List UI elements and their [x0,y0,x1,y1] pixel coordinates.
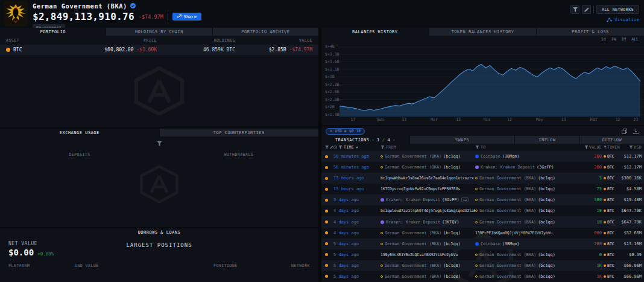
tx-token[interactable]: BTC [602,176,620,181]
entity-name[interactable]: German Government (BKA) [385,165,441,170]
entity-name[interactable]: German Government (BKA) [385,242,441,246]
tx-from-cell[interactable]: German Government (BKA)(bc1qq) [380,231,475,236]
tx-token[interactable]: BTC [602,187,620,191]
transaction-row[interactable]: 3 days ago Kraken: Kraken Deposit(3GzFP)… [321,194,644,205]
tx-token[interactable]: BTC [602,252,620,257]
tx-from-cell[interactable]: Kraken: Kraken Deposit(3KTQY) [380,220,475,225]
entity-name[interactable]: German Government (BKA) [479,197,536,202]
entity-name[interactable]: Kraken: Kraken Deposit [386,220,440,225]
tx-token[interactable]: BTC [602,208,620,213]
address-tag[interactable]: (3KTQY) [442,220,459,225]
address-link[interactable]: bc1qnwWdswkr3s8sa26vs6c7sa64e1qen1etxszr… [380,176,474,181]
tx-to-cell[interactable]: 139PcPE1bKQamRQJjVVjY8P47EJVV7ybVu [475,231,581,236]
pagination-next[interactable]: › [393,138,396,143]
tx-token[interactable]: BTC [602,231,620,236]
tx-from-cell[interactable]: German Government (BKA)(bc1qq) [380,165,475,170]
address-tag[interactable]: (bc1qq) [443,154,461,159]
tx-from-cell[interactable]: 139y6VcXR1Y6x2LQCvaY8KMJYtAFo2ybVu [380,252,475,257]
transaction-row[interactable]: 5 days ago 139y6VcXR1Y6x2LQCvaY8KMJYtAFo… [321,249,644,260]
pagination-prev[interactable]: ‹ [371,138,374,143]
transaction-row[interactable]: 5 days ago German Government (BKA)(bc1q0… [321,260,644,271]
share-button[interactable]: Share [172,13,201,21]
tab-swaps[interactable]: SWAPS [409,136,514,144]
tx-time-link[interactable]: 3 days ago [333,197,380,202]
tx-token[interactable]: BTC [602,165,620,170]
address-tag[interactable]: (bc1q0) [443,274,461,279]
tab-token-balances-history[interactable]: TOKEN BALANCES HISTORY [429,28,537,36]
tab-profit-loss[interactable]: PROFIT & LOSS [536,28,644,36]
transaction-row[interactable]: 4 days ago bc1qulowd7az1t4ph0f4djhfwgkje… [321,205,644,216]
address-tag[interactable]: (bc1qq) [443,231,461,236]
entity-name[interactable]: German Government (BKA) [479,208,536,213]
transaction-row[interactable]: 13 hours ago bc1qnwWdswkr3s8sa26vs6c7sa6… [321,173,644,184]
address-tag[interactable]: (bc1qq) [538,252,555,257]
tx-token[interactable]: BTC [602,263,620,268]
address-link[interactable]: 139y6VcXR1Y6x2LQCvaY8KMJYtAFo2ybVu [380,252,458,257]
address-link[interactable]: 139PcPE1bKQamRQJjVVjY8P47EJVV7ybVu [475,231,552,236]
tx-time-link[interactable]: 4 days ago [333,220,380,225]
filter-icon[interactable] [629,146,633,149]
tx-from-cell[interactable]: bc1qnwWdswkr3s8sa26vs6c7sa64e1qen1etxszr… [380,176,475,181]
filter-icon[interactable] [584,146,589,149]
tab-inflow[interactable]: INFLOW [514,136,579,144]
address-tag[interactable]: (bc1qq) [538,187,555,191]
entity-name[interactable]: Coinbase [481,242,500,246]
address-tag[interactable]: (3BMqm) [502,242,520,246]
column-time[interactable]: TIME [344,145,354,150]
address-tag[interactable]: (bc1qq) [538,274,555,279]
tx-time-link[interactable]: 5 days ago [333,242,380,246]
column-usd[interactable]: USD [634,145,642,150]
transaction-row[interactable]: 58 minutes ago German Government (BKA)(b… [321,151,644,162]
tx-from-cell[interactable]: 1KTCDyvcvqTgxNsPw92vC0mpvfePP5M7E8s [380,187,475,191]
tx-time-link[interactable]: 5 days ago [333,252,380,257]
copy-icon[interactable] [620,127,628,135]
filter-icon[interactable] [380,146,385,149]
tx-time-link[interactable]: 13 hours ago [333,187,380,191]
tx-time-link[interactable]: 4 days ago [333,208,380,213]
entity-name[interactable]: German Government (BKA) [479,187,536,191]
tx-to-cell[interactable]: German Government (BKA)(bc1qq) [475,274,581,279]
transaction-row[interactable]: 4 days ago Kraken: Kraken Deposit(3KTQY)… [321,216,644,227]
balance-history-chart[interactable]: $+4B$+3.8B$+3.5B$+3.3B$+3B$+2.8B$+2.5B$+… [321,43,644,117]
tx-to-cell[interactable]: German Government (BKA)(bc1qq) [475,220,581,225]
download-icon[interactable] [632,127,640,135]
range-1d[interactable]: 1d [601,37,606,42]
tx-time-link[interactable]: 13 hours ago [333,176,380,181]
tx-from-cell[interactable]: German Government (BKA)(bc1qq) [380,154,475,159]
address-link[interactable]: bc1qulowd7az1t4ph0f4djhfwgkje3akgtqnd32l… [380,208,475,213]
transaction-row[interactable]: 13 hours ago 1KTCDyvcvqTgxNsPw92vC0mpvfe… [321,184,644,194]
entity-name[interactable]: German Government (BKA) [385,274,441,279]
entity-name[interactable]: German Government (BKA) [385,263,441,268]
tab-transactions[interactable]: TRANSACTIONS ‹ 1 / 4 › [321,136,409,144]
tx-to-cell[interactable]: German Government (BKA)(bc1qq) [475,187,581,191]
entity-name[interactable]: German Government (BKA) [479,220,536,225]
entity-name[interactable]: German Government (BKA) [479,176,536,181]
tx-token[interactable]: BTC [602,274,620,279]
tx-from-cell[interactable]: German Government (BKA)(bc1q0) [380,274,475,279]
tx-time-link[interactable]: 5 days ago [333,274,380,279]
address-tag[interactable]: (3GzFP) [442,197,459,202]
address-tag[interactable]: (bc1qq) [538,208,555,213]
address-tag[interactable]: (bc1qq) [443,165,461,170]
clock-icon[interactable] [333,146,337,149]
tab-portfolio[interactable]: PORTFOLIO [0,28,106,36]
entity-name[interactable]: German Government (BKA) [479,252,536,257]
tx-time-link[interactable]: 58 minutes ago [333,154,380,159]
column-to[interactable]: TO [481,145,485,150]
transaction-row[interactable]: 4 days ago German Government (BKA)(bc1qq… [321,228,644,239]
filter-icon[interactable] [338,146,343,149]
tx-from-cell[interactable]: German Government (BKA)(bc1q0) [380,263,475,268]
tx-to-cell[interactable]: German Government (BKA)(bc1qq) [475,197,581,202]
range-1m[interactable]: 1M [621,37,626,42]
address-tag[interactable]: (3BMqm) [502,154,520,159]
tx-time-link[interactable]: 58 minutes ago [333,165,380,170]
tx-from-cell[interactable]: bc1qulowd7az1t4ph0f4djhfwgkje3akgtqnd32l… [380,208,475,213]
tab-outflow[interactable]: OUTFLOW [579,136,644,144]
tx-to-cell[interactable]: German Government (BKA)(bc1qq) [475,208,581,213]
tx-time-link[interactable]: 4 days ago [333,231,380,236]
entity-name[interactable]: German Government (BKA) [479,274,536,279]
filter-icon[interactable] [475,146,479,149]
range-1w[interactable]: 1W [611,37,616,42]
column-from[interactable]: FROM [386,145,396,150]
address-link[interactable]: 1KTCDyvcvqTgxNsPw92vC0mpvfePP5M7E8s [380,187,460,191]
